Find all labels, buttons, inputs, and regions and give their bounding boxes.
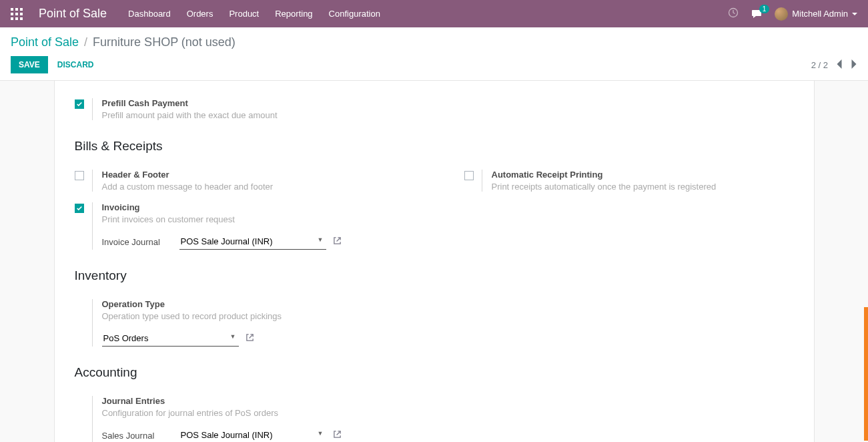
top-navbar: Point of Sale Dashboard Orders Product R… [0,0,868,27]
svg-rect-1 [15,8,18,11]
messages-icon[interactable]: 1 [751,9,763,19]
auto-receipt-desc: Print receipts automatically once the pa… [492,182,801,192]
section-bills-receipts: Bills & Receipts [75,139,814,154]
invoice-journal-input[interactable] [179,234,326,250]
header-footer-desc: Add a custom message to header and foote… [102,182,411,192]
svg-rect-7 [15,17,18,20]
control-panel: Point of Sale / Furniture SHOP (not used… [0,27,868,81]
checkbox-prefill-cash[interactable] [75,99,84,109]
invoicing-desc: Print invoices on customer request [102,214,801,224]
svg-rect-3 [11,13,13,15]
messages-badge: 1 [759,5,770,13]
pager-prev-icon[interactable] [836,59,843,71]
nav-product[interactable]: Product [229,9,259,19]
sales-journal-input[interactable] [179,427,326,442]
external-link-icon[interactable] [333,430,342,441]
section-inventory: Inventory [75,268,814,283]
nav-reporting[interactable]: Reporting [275,9,312,19]
section-accounting: Accounting [75,365,814,380]
save-button[interactable]: SAVE [11,56,48,73]
svg-rect-8 [20,17,23,20]
invoicing-label: Invoicing [102,202,801,212]
svg-rect-0 [11,8,13,11]
prefill-cash-label: Prefill Cash Payment [102,98,801,108]
breadcrumb-current: Furniture SHOP (not used) [93,35,236,49]
user-name: Mitchell Admin [792,9,848,19]
external-link-icon[interactable] [333,236,342,247]
checkbox-invoicing[interactable] [75,204,84,213]
checkbox-auto-receipt[interactable] [464,171,474,180]
breadcrumb: Point of Sale / Furniture SHOP (not used… [11,35,857,49]
user-menu[interactable]: Mitchell Admin [775,7,857,21]
svg-rect-4 [15,13,18,15]
apps-icon[interactable] [11,8,23,20]
operation-type-label: Operation Type [102,299,801,309]
discard-button[interactable]: DISCARD [57,60,94,69]
breadcrumb-root[interactable]: Point of Sale [11,35,79,49]
caret-down-icon[interactable]: ▼ [318,236,324,243]
journal-entries-desc: Configuration for journal entries of PoS… [102,408,801,418]
pager-next-icon[interactable] [851,59,857,71]
breadcrumb-sep: / [84,35,87,49]
scrollbar-thumb[interactable] [864,307,868,441]
invoice-journal-label: Invoice Journal [102,237,179,247]
journal-entries-label: Journal Entries [102,396,801,406]
auto-receipt-label: Automatic Receipt Printing [492,170,801,180]
nav-orders[interactable]: Orders [187,9,213,19]
app-brand[interactable]: Point of Sale [39,7,107,21]
operation-type-input[interactable] [102,330,239,347]
form-sheet: Prefill Cash Payment Prefill amount paid… [54,81,815,442]
svg-rect-2 [20,8,23,11]
caret-down-icon[interactable]: ▼ [230,333,236,340]
nav-configuration[interactable]: Configuration [329,9,380,19]
avatar [775,7,788,21]
svg-rect-6 [11,17,13,20]
content-scroll[interactable]: Prefill Cash Payment Prefill amount paid… [0,81,868,442]
caret-down-icon[interactable]: ▼ [318,430,324,437]
pager-text: 2 / 2 [811,60,828,70]
external-link-icon[interactable] [246,333,254,344]
operation-type-desc: Operation type used to record product pi… [102,311,801,321]
prefill-cash-desc: Prefill amount paid with the exact due a… [102,110,801,120]
header-footer-label: Header & Footer [102,170,411,180]
nav-dashboard[interactable]: Dashboard [128,9,171,19]
svg-rect-5 [20,13,23,15]
clock-icon[interactable] [728,7,739,20]
sales-journal-label: Sales Journal [102,431,179,441]
checkbox-header-footer[interactable] [75,171,84,180]
